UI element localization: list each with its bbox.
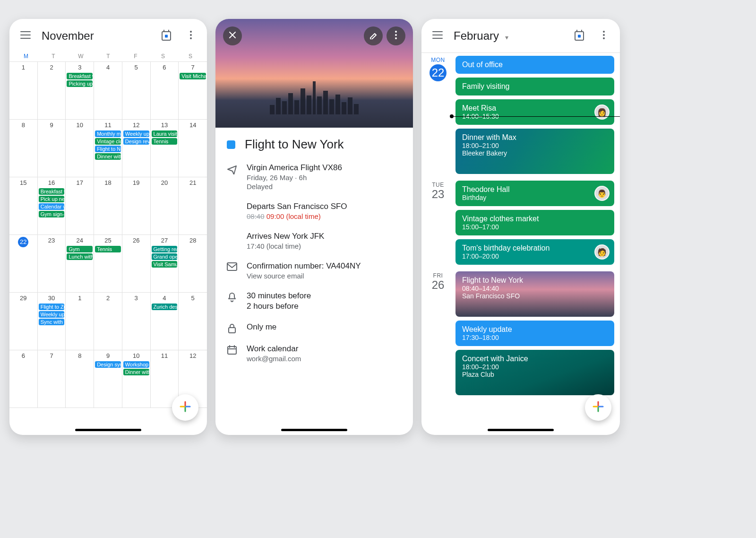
day-number: 9 bbox=[95, 352, 121, 359]
event-chip[interactable]: Sync with t bbox=[39, 319, 65, 325]
day-cell[interactable]: 10WorkshopDinner with bbox=[122, 350, 151, 408]
event-chip[interactable]: Tennis bbox=[152, 138, 178, 145]
event-chip[interactable]: Grand open bbox=[152, 253, 178, 260]
schedule-list[interactable]: MON22Out of officeFamily visitingMeet Ri… bbox=[421, 53, 620, 435]
day-cell[interactable]: 2 bbox=[94, 293, 122, 350]
day-cell[interactable]: 18 bbox=[94, 177, 122, 235]
day-cell[interactable]: 2 bbox=[38, 62, 66, 120]
day-cell[interactable]: 25Tennis bbox=[94, 235, 122, 293]
day-cell[interactable]: 5 bbox=[122, 62, 151, 120]
create-event-fab[interactable] bbox=[172, 394, 198, 421]
day-cell[interactable]: 4Zurich desi bbox=[151, 293, 179, 350]
day-cell[interactable]: 26 bbox=[122, 235, 151, 293]
event-chip[interactable]: Flight to Ne bbox=[95, 146, 121, 152]
event-chip[interactable]: Laura visiti bbox=[152, 130, 178, 137]
calendar-row: Work calendar work@gmail.com bbox=[227, 344, 402, 364]
day-cell[interactable]: 21 bbox=[179, 177, 207, 235]
event-chip[interactable]: Gym sign-u bbox=[39, 211, 65, 217]
day-cell[interactable]: 14 bbox=[179, 120, 207, 177]
day-cell[interactable]: 20 bbox=[151, 177, 179, 235]
event-chip[interactable]: Monthly me bbox=[95, 130, 121, 137]
event-card[interactable]: Out of office bbox=[455, 56, 614, 74]
day-cell[interactable]: 8 bbox=[66, 350, 94, 408]
event-chip[interactable]: Vintage clo bbox=[95, 138, 121, 145]
day-cell[interactable]: 4 bbox=[94, 62, 122, 120]
day-header[interactable]: FRI26 bbox=[425, 271, 451, 395]
event-chip[interactable]: Getting rea bbox=[152, 246, 178, 252]
day-cell[interactable]: 22 bbox=[9, 235, 38, 293]
edit-button[interactable] bbox=[364, 26, 383, 45]
event-chip[interactable]: Dinner with bbox=[123, 369, 149, 375]
day-cell[interactable]: 30Flight to ZuWeekly updSync with t bbox=[38, 293, 66, 350]
day-cell[interactable]: 19 bbox=[122, 177, 151, 235]
event-chip[interactable]: Design syn bbox=[95, 361, 121, 368]
menu-button[interactable] bbox=[427, 26, 448, 46]
event-card[interactable]: Tom's birthday celebration17:00–20:00🧑 bbox=[455, 239, 614, 265]
day-cell[interactable]: 3 bbox=[122, 293, 151, 350]
event-chip[interactable]: Tennis bbox=[95, 246, 121, 252]
day-cell[interactable]: 8 bbox=[9, 120, 38, 177]
today-button[interactable] bbox=[569, 26, 590, 46]
event-chip[interactable]: Weekly upd bbox=[39, 311, 65, 318]
day-cell[interactable]: 9Design syn bbox=[94, 350, 122, 408]
day-cell[interactable]: 6 bbox=[9, 350, 38, 408]
day-cell[interactable]: 12Weekly updDesign revi bbox=[122, 120, 151, 177]
event-chip[interactable]: Weekly upd bbox=[123, 130, 149, 137]
event-chip[interactable]: Workshop bbox=[123, 361, 149, 368]
day-cell[interactable]: 11Monthly meVintage cloFlight to NeDinne… bbox=[94, 120, 122, 177]
event-chip[interactable]: Picking up bbox=[67, 80, 93, 87]
event-chip[interactable]: Dinner with bbox=[95, 153, 121, 160]
event-chip[interactable]: Breakfast w bbox=[39, 188, 65, 195]
event-card[interactable]: Theodore HallBirthday👨 bbox=[455, 181, 614, 206]
event-chip[interactable]: Design revi bbox=[123, 138, 149, 145]
day-cell[interactable]: 9 bbox=[38, 120, 66, 177]
event-overflow-button[interactable] bbox=[387, 26, 405, 45]
event-chip[interactable]: Pick up new bbox=[39, 196, 65, 202]
event-card[interactable]: Meet Risa14:00–15:30👩 bbox=[455, 99, 614, 125]
svg-point-9 bbox=[603, 31, 605, 33]
event-chip[interactable]: Visit Samue bbox=[152, 261, 178, 268]
day-cell[interactable]: 13Laura visitiTennis bbox=[151, 120, 179, 177]
view-source-email-link[interactable]: View source email bbox=[247, 272, 361, 280]
overflow-button[interactable] bbox=[180, 26, 201, 46]
event-chip[interactable]: Lunch with bbox=[67, 253, 93, 260]
day-cell[interactable]: 24GymLunch with bbox=[66, 235, 94, 293]
event-card[interactable]: Family visiting bbox=[455, 78, 614, 95]
today-button[interactable] bbox=[156, 26, 177, 46]
event-chip[interactable]: Flight to Zu bbox=[39, 304, 65, 310]
day-cell[interactable]: 7 bbox=[38, 350, 66, 408]
day-cell[interactable]: 6 bbox=[151, 62, 179, 120]
day-cell[interactable]: 16Breakfast wPick up newCalendar wGym si… bbox=[38, 177, 66, 235]
month-picker[interactable]: February ▾ bbox=[452, 29, 565, 43]
day-cell[interactable]: 10 bbox=[66, 120, 94, 177]
day-cell[interactable]: 27Getting reaGrand openVisit Samue bbox=[151, 235, 179, 293]
menu-button[interactable] bbox=[15, 26, 36, 46]
event-card[interactable]: Dinner with Max18:00–21:00Bleeker Bakery bbox=[455, 129, 614, 174]
day-cell[interactable]: 15 bbox=[9, 177, 38, 235]
day-cell[interactable]: 23 bbox=[38, 235, 66, 293]
event-card[interactable]: Weekly update17:30–18:00 bbox=[455, 321, 614, 346]
close-button[interactable] bbox=[223, 26, 242, 45]
day-cell[interactable]: 1 bbox=[9, 62, 38, 120]
event-chip[interactable]: Gym bbox=[67, 246, 93, 252]
day-cell[interactable]: 29 bbox=[9, 293, 38, 350]
day-cell[interactable]: 3Breakfast wPicking up bbox=[66, 62, 94, 120]
create-event-fab[interactable] bbox=[585, 394, 611, 421]
month-title[interactable]: November bbox=[40, 29, 152, 43]
day-cell[interactable]: 7Visit Micha bbox=[179, 62, 207, 120]
event-card[interactable]: Concert with Janice18:00–21:00Plaza Club bbox=[455, 350, 614, 395]
day-cell[interactable]: 1 bbox=[66, 293, 94, 350]
day-cell[interactable]: 17 bbox=[66, 177, 94, 235]
month-grid[interactable]: 123Breakfast wPicking up4567Visit Micha8… bbox=[9, 61, 207, 435]
overflow-button[interactable] bbox=[593, 26, 614, 46]
event-card[interactable]: Flight to New York08:40–14:40San Francis… bbox=[455, 271, 614, 317]
day-header[interactable]: MON22 bbox=[425, 56, 451, 174]
event-chip[interactable]: Visit Micha bbox=[180, 73, 206, 79]
event-chip[interactable]: Breakfast w bbox=[67, 73, 93, 79]
event-card[interactable]: Vintage clothes market15:00–17:00 bbox=[455, 210, 614, 235]
day-header[interactable]: TUE23 bbox=[425, 181, 451, 265]
event-chip[interactable]: Calendar w bbox=[39, 203, 65, 210]
day-cell[interactable]: 28 bbox=[179, 235, 207, 293]
event-chip[interactable]: Zurich desi bbox=[152, 304, 178, 310]
day-cell[interactable]: 5 bbox=[179, 293, 207, 350]
